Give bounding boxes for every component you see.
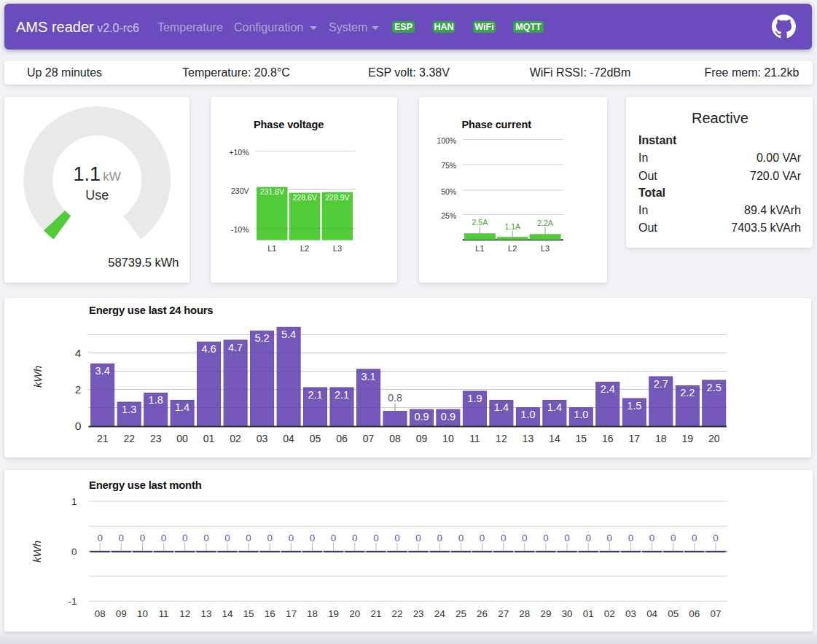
svg-text:0: 0 bbox=[564, 533, 569, 543]
svg-text:03: 03 bbox=[257, 433, 268, 444]
svg-text:07: 07 bbox=[711, 608, 722, 619]
svg-text:12: 12 bbox=[496, 433, 507, 444]
svg-text:In: In bbox=[638, 152, 648, 164]
svg-text:228.9V: 228.9V bbox=[325, 193, 349, 202]
svg-text:2.1: 2.1 bbox=[308, 389, 322, 401]
svg-text:Out: Out bbox=[638, 221, 657, 234]
svg-text:0: 0 bbox=[310, 533, 315, 543]
svg-text:0: 0 bbox=[692, 533, 697, 543]
svg-text:18: 18 bbox=[307, 608, 318, 619]
svg-text:27: 27 bbox=[498, 608, 509, 619]
svg-text:0: 0 bbox=[458, 533, 464, 543]
svg-text:15: 15 bbox=[243, 608, 254, 619]
svg-text:2.2: 2.2 bbox=[680, 387, 695, 398]
svg-text:25%: 25% bbox=[441, 211, 456, 220]
svg-text:0: 0 bbox=[585, 533, 590, 543]
svg-text:07: 07 bbox=[363, 433, 375, 444]
svg-text:20: 20 bbox=[708, 433, 720, 444]
svg-text:50%: 50% bbox=[441, 187, 456, 196]
svg-text:231.8V: 231.8V bbox=[259, 187, 284, 196]
svg-text:18: 18 bbox=[655, 433, 667, 444]
svg-text:0: 0 bbox=[71, 546, 77, 557]
svg-text:Phase current: Phase current bbox=[461, 119, 531, 130]
svg-text:0: 0 bbox=[119, 533, 124, 543]
svg-text:0: 0 bbox=[352, 533, 357, 543]
svg-text:19: 19 bbox=[682, 433, 694, 444]
svg-text:0: 0 bbox=[649, 533, 654, 543]
svg-text:2.2A: 2.2A bbox=[537, 219, 553, 227]
svg-text:0: 0 bbox=[671, 533, 676, 543]
svg-text:16: 16 bbox=[602, 433, 614, 444]
svg-text:4.7: 4.7 bbox=[228, 342, 243, 353]
svg-text:11: 11 bbox=[159, 608, 169, 619]
svg-text:2.1: 2.1 bbox=[335, 389, 349, 401]
svg-text:05: 05 bbox=[310, 433, 321, 444]
svg-text:01: 01 bbox=[203, 433, 215, 444]
svg-text:02: 02 bbox=[604, 608, 615, 619]
svg-text:Instant: Instant bbox=[638, 134, 677, 146]
svg-text:L2: L2 bbox=[508, 244, 517, 253]
svg-text:228.6V: 228.6V bbox=[292, 193, 316, 202]
svg-text:02: 02 bbox=[230, 433, 241, 444]
svg-text:2.5A: 2.5A bbox=[472, 218, 488, 227]
svg-text:1.1A: 1.1A bbox=[504, 222, 520, 231]
svg-text:L3: L3 bbox=[332, 244, 341, 253]
svg-text:4: 4 bbox=[75, 347, 82, 359]
svg-text:21: 21 bbox=[370, 608, 381, 619]
svg-text:0: 0 bbox=[607, 533, 612, 543]
svg-text:5.2: 5.2 bbox=[255, 332, 270, 344]
svg-text:09: 09 bbox=[416, 433, 428, 444]
svg-text:1.4: 1.4 bbox=[547, 401, 562, 413]
svg-text:20: 20 bbox=[349, 608, 360, 619]
svg-text:L1: L1 bbox=[475, 244, 484, 253]
svg-text:kWh: kWh bbox=[32, 366, 44, 388]
svg-text:-1: -1 bbox=[68, 596, 77, 607]
svg-text:Energy use last month: Energy use last month bbox=[89, 479, 202, 491]
svg-text:1: 1 bbox=[71, 496, 77, 507]
svg-text:06: 06 bbox=[336, 433, 348, 444]
svg-text:kWh: kWh bbox=[31, 541, 43, 562]
svg-text:0: 0 bbox=[203, 533, 208, 543]
svg-text:00: 00 bbox=[176, 433, 188, 444]
svg-text:0: 0 bbox=[331, 533, 336, 543]
svg-text:06: 06 bbox=[689, 608, 700, 619]
svg-text:2.7: 2.7 bbox=[654, 378, 668, 390]
svg-text:17: 17 bbox=[286, 608, 297, 619]
svg-text:14: 14 bbox=[222, 608, 233, 619]
svg-text:L2: L2 bbox=[300, 244, 308, 253]
svg-text:11: 11 bbox=[469, 433, 480, 444]
svg-text:Energy use last 24 hours: Energy use last 24 hours bbox=[89, 305, 213, 316]
svg-text:17: 17 bbox=[629, 433, 641, 444]
svg-text:In: In bbox=[638, 203, 648, 216]
svg-text:7403.5 kVArh: 7403.5 kVArh bbox=[731, 221, 801, 234]
svg-text:13: 13 bbox=[523, 433, 534, 444]
svg-text:1.0: 1.0 bbox=[520, 409, 535, 420]
svg-text:1.3: 1.3 bbox=[122, 404, 136, 415]
svg-text:14: 14 bbox=[549, 433, 560, 444]
svg-text:15: 15 bbox=[576, 433, 587, 444]
svg-text:0: 0 bbox=[224, 533, 230, 543]
svg-text:0.8: 0.8 bbox=[388, 392, 402, 404]
svg-text:12: 12 bbox=[179, 608, 190, 619]
svg-text:3.1: 3.1 bbox=[361, 371, 375, 382]
svg-text:09: 09 bbox=[116, 608, 127, 619]
svg-text:0: 0 bbox=[501, 533, 506, 543]
svg-text:L3: L3 bbox=[540, 244, 549, 253]
svg-text:100%: 100% bbox=[437, 136, 456, 145]
svg-text:58739.5 kWh: 58739.5 kWh bbox=[108, 256, 179, 269]
svg-text:0: 0 bbox=[75, 420, 82, 432]
svg-text:05: 05 bbox=[668, 608, 679, 619]
svg-text:L1: L1 bbox=[267, 244, 276, 253]
svg-text:0: 0 bbox=[713, 533, 718, 543]
svg-text:1.4: 1.4 bbox=[175, 401, 189, 413]
svg-text:2.5: 2.5 bbox=[707, 382, 722, 393]
svg-text:0: 0 bbox=[522, 533, 527, 543]
svg-text:10: 10 bbox=[137, 608, 148, 619]
svg-text:13: 13 bbox=[200, 608, 211, 619]
svg-text:Use: Use bbox=[85, 188, 109, 203]
svg-text:+10%: +10% bbox=[229, 148, 249, 157]
svg-text:0: 0 bbox=[289, 533, 294, 543]
svg-text:29: 29 bbox=[540, 608, 551, 619]
svg-text:1.9: 1.9 bbox=[467, 393, 482, 404]
svg-text:0.9: 0.9 bbox=[441, 411, 456, 423]
